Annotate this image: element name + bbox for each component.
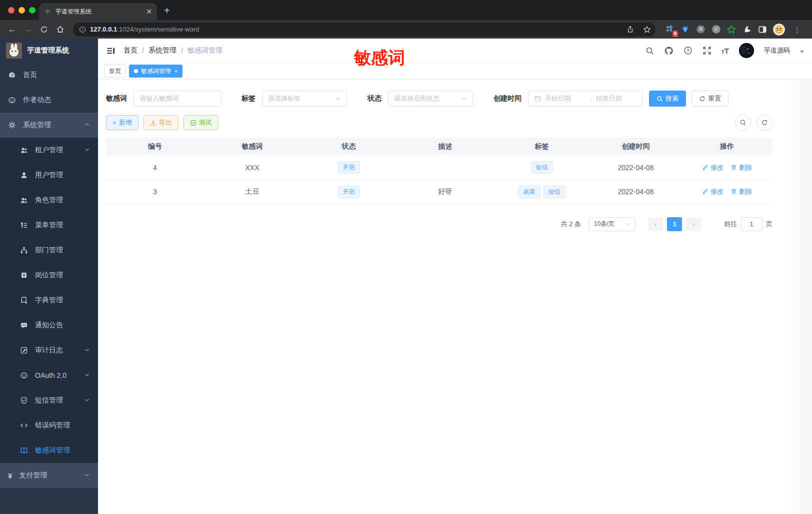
help-icon[interactable]: ?	[684, 46, 692, 55]
tag-filter-select[interactable]: 请选择标签	[262, 91, 347, 107]
next-page-button[interactable]: ›	[686, 217, 701, 231]
sidebar-item-sms-mgmt[interactable]: 短信管理	[0, 388, 98, 413]
sidebar-item-home[interactable]: 首页	[0, 63, 98, 88]
test-button[interactable]: 测试	[184, 115, 218, 130]
fullscreen-icon[interactable]	[702, 46, 712, 55]
maximize-window-button[interactable]	[29, 7, 36, 14]
search-icon[interactable]	[646, 47, 654, 55]
minimize-window-button[interactable]	[18, 7, 25, 14]
breadcrumb-item[interactable]: 系统管理	[148, 46, 176, 55]
word-filter-input[interactable]: 请输入敏感词	[134, 91, 221, 107]
close-icon[interactable]: ×	[174, 68, 178, 74]
sidebar-item-user-mgmt[interactable]: 用户管理	[0, 163, 98, 188]
show-search-button[interactable]	[735, 115, 751, 131]
delete-link[interactable]: 删除	[730, 187, 752, 196]
status-filter-select[interactable]: 请选择启用状态	[388, 91, 473, 107]
edit-link[interactable]: 修改	[702, 187, 724, 196]
sidebar-item-audit-log[interactable]: 审计日志	[0, 338, 98, 363]
share-icon[interactable]	[624, 23, 636, 36]
sidebar-item-oauth2[interactable]: OAuth 2.0	[0, 363, 98, 388]
gem-extension-icon[interactable]	[680, 25, 690, 35]
view-tag-敏感词管理[interactable]: 敏感词管理×	[129, 65, 182, 78]
app-logo[interactable]: 芋道管理系统	[0, 39, 98, 63]
sidebar-item-sensitive-word-mgmt[interactable]: 敏感词管理	[0, 438, 98, 463]
home-icon[interactable]	[53, 23, 67, 37]
sidebar-item-label: 角色管理	[35, 196, 90, 205]
sidebar-item-dict-mgmt[interactable]: 字典管理	[0, 288, 98, 313]
user-avatar[interactable]	[739, 43, 754, 58]
back-icon[interactable]: ←	[5, 23, 19, 37]
search-button[interactable]: 搜索	[649, 91, 686, 107]
chevron-down-icon	[84, 471, 90, 479]
close-window-button[interactable]	[8, 7, 14, 14]
new-tab-button[interactable]: +	[164, 5, 170, 17]
prev-page-button[interactable]: ‹	[648, 217, 663, 231]
chevron-down-icon	[84, 396, 90, 404]
sidebar-item-role-mgmt[interactable]: 角色管理	[0, 188, 98, 213]
reload-icon[interactable]	[37, 23, 51, 37]
page-1-button[interactable]: 1	[667, 217, 682, 231]
record-extension-icon[interactable]	[711, 25, 721, 35]
sidebar-item-label: 菜单管理	[35, 221, 90, 230]
collapse-sidebar-icon[interactable]	[106, 46, 116, 56]
extensions-area: 9 ⌘ ⋮	[662, 24, 807, 36]
cell-tags: 短信	[494, 156, 590, 180]
sidebar-item-label: 首页	[23, 71, 90, 80]
cmd-extension-icon[interactable]: ⌘	[696, 25, 706, 35]
view-tag-首页[interactable]: 首页	[104, 65, 126, 78]
sidebar: 芋道管理系统 首页作者动态系统管理租户管理用户管理角色管理菜单管理部门管理岗位管…	[0, 39, 98, 514]
url-bar[interactable]: 127.0.0.1:1024/system/sensitive-word	[73, 23, 656, 37]
cell-word: XXX	[204, 156, 300, 180]
sidebar-item-post-mgmt[interactable]: 岗位管理	[0, 263, 98, 288]
sidebar-item-pay-mgmt[interactable]: ¥支付管理	[0, 463, 98, 488]
font-size-icon[interactable]: TT	[722, 47, 729, 55]
sidebar-item-label: 用户管理	[35, 171, 90, 180]
sidebar-item-dept-mgmt[interactable]: 部门管理	[0, 238, 98, 263]
sidebar-item-menu-mgmt[interactable]: 菜单管理	[0, 213, 98, 238]
browser-tab-strip: 芋道管理系统 ✕ +	[0, 0, 812, 20]
kebab-menu-icon[interactable]: ⋮	[790, 25, 804, 34]
goto-page-input[interactable]	[741, 217, 762, 231]
sidebar-item-label: 审计日志	[35, 346, 77, 355]
refresh-table-button[interactable]	[756, 115, 772, 131]
comment-icon	[20, 321, 28, 329]
column-header: 状态	[300, 138, 397, 156]
sidebar-item-label: 岗位管理	[35, 271, 90, 280]
github-icon[interactable]	[664, 46, 674, 56]
cell-created: 2022-04-08	[590, 156, 682, 180]
window-controls[interactable]	[8, 7, 36, 14]
chevron-down-icon[interactable]	[800, 51, 804, 53]
shield-icon	[20, 396, 28, 404]
cell-id: 4	[106, 156, 204, 180]
bookmark-star-icon[interactable]	[640, 23, 654, 36]
cell-ops: 修改删除	[682, 156, 772, 180]
reset-button[interactable]: 重置	[692, 91, 728, 107]
yen-icon: ¥	[8, 472, 12, 479]
forward-icon[interactable]: →	[21, 23, 35, 37]
browser-tab[interactable]: 芋道管理系统 ✕	[39, 3, 157, 20]
sidebar-item-tenant-mgmt[interactable]: 租户管理	[0, 138, 98, 163]
breadcrumb-item[interactable]: 首页	[124, 46, 138, 55]
tag-chip: 短信	[544, 186, 566, 198]
puzzle-icon[interactable]	[742, 25, 752, 35]
sidebar-item-notice-mgmt[interactable]: 通知公告	[0, 313, 98, 338]
add-button[interactable]: + 新增	[106, 115, 138, 130]
sidebar-item-author-feed[interactable]: 作者动态	[0, 88, 98, 113]
page-size-select[interactable]: 10条/页	[589, 217, 635, 231]
edit-link[interactable]: 修改	[702, 163, 724, 172]
word-filter-label: 敏感词	[106, 94, 127, 103]
sidebar-item-error-code-mgmt[interactable]: 错误码管理	[0, 413, 98, 438]
info-icon[interactable]	[79, 26, 86, 33]
side-panel-icon[interactable]	[758, 25, 768, 35]
tab-close-icon[interactable]: ✕	[146, 8, 152, 16]
tag-chip: 蔬菜	[518, 186, 540, 198]
chevron-up-icon	[84, 121, 90, 129]
delete-link[interactable]: 删除	[730, 163, 752, 172]
export-button[interactable]: 导出	[144, 115, 178, 130]
sidebar-item-system-mgmt[interactable]: 系统管理	[0, 113, 98, 138]
green-star-extension-icon[interactable]	[726, 25, 736, 35]
emoji-profile-icon[interactable]	[773, 24, 785, 36]
app-title: 芋道管理系统	[27, 46, 69, 55]
date-range-picker[interactable]: 开始日期 - 结束日期	[528, 91, 642, 107]
grid-extension-icon[interactable]: 9	[664, 25, 674, 35]
